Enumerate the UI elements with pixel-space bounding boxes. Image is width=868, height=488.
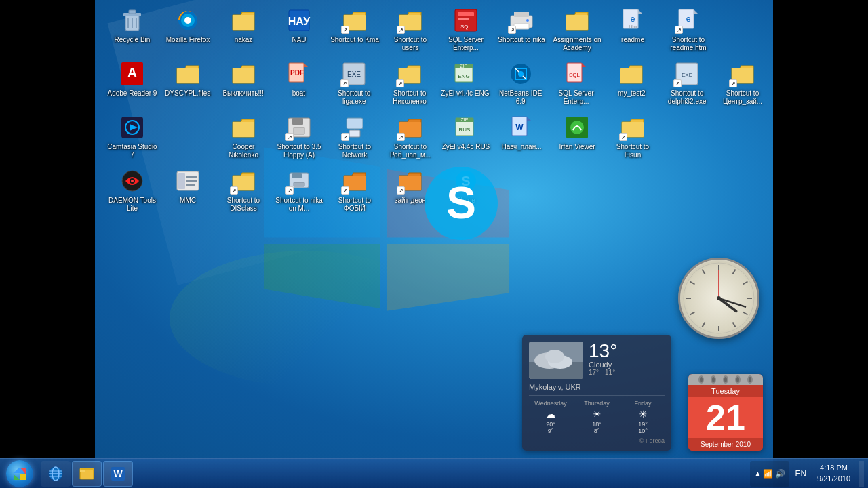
- tray-volume-icon[interactable]: 🔊: [775, 469, 785, 479]
- forecast-icon-2: ☀: [621, 409, 665, 420]
- icon-label-assignments-academy: Assignments on Academy: [552, 36, 602, 52]
- icon-shortcut-kma[interactable]: ↗ Shortcut to Kma: [328, 3, 382, 56]
- svg-line-106: [703, 270, 705, 274]
- show-desktop-button[interactable]: [859, 461, 864, 487]
- icon-skype[interactable]: S Skype: [439, 164, 493, 216]
- system-tray: ▲ 📶 🔊: [750, 461, 789, 487]
- svg-text:e: e: [631, 14, 635, 24]
- icon-mmc[interactable]: MMC: [161, 164, 215, 216]
- icon-sql-doc[interactable]: SQL SQL Server Enterp...: [549, 57, 604, 109]
- icon-readme[interactable]: e htm readme: [606, 3, 660, 56]
- widget-calendar: Tuesday 21 September 2010: [688, 374, 763, 451]
- svg-line-100: [733, 323, 736, 327]
- icon-irfan-viewer[interactable]: Irfan Viewer: [550, 110, 604, 163]
- weather-main: 13° Cloudy 17° - 11°: [529, 342, 665, 379]
- icon-zait-deon[interactable]: ↗ зайт-деон: [383, 164, 437, 216]
- svg-rect-21: [514, 12, 529, 17]
- icon-sql-server-1[interactable]: SQL SQL Server Enterp...: [439, 3, 493, 56]
- svg-rect-59: [292, 118, 303, 125]
- icon-shortcut-rob-nav[interactable]: ↗ Shortcut to Роб_нав_м...: [383, 110, 437, 163]
- icon-shortcut-nika[interactable]: ↗ Shortcut to nika: [494, 3, 549, 56]
- icon-shortcut-network[interactable]: ↗ Shortcut to Network: [328, 110, 382, 163]
- svg-text:e: e: [686, 14, 691, 24]
- icon-shortcut-nika-m[interactable]: ↗ Shortcut to nika on M...: [272, 164, 326, 216]
- svg-text:НАУ: НАУ: [288, 16, 311, 27]
- svg-line-102: [703, 323, 705, 327]
- icon-boat[interactable]: PDF boat: [271, 57, 326, 109]
- icon-shortcut-fisun[interactable]: ↗ Shortcut to Fisun: [606, 110, 660, 163]
- icon-shortcut-delphi[interactable]: EXE ↗ Shortcut to delphi32.exe: [660, 57, 714, 109]
- weather-cloud-image: [529, 342, 583, 379]
- svg-line-105: [690, 282, 695, 285]
- icon-nau[interactable]: НАУ NAU: [272, 3, 326, 56]
- weather-forecast: Wednesday ☁ 20°9° Thursday ☀ 18°8° Frida…: [529, 395, 665, 434]
- icon-dyscypl[interactable]: DYSCYPL.files: [161, 57, 215, 109]
- icon-shortcut-floppy[interactable]: ↗ Shortcut to 3.5 Floppy (A): [272, 110, 326, 163]
- svg-rect-22: [514, 24, 529, 29]
- icon-mozilla-firefox[interactable]: Mozilla Firefox: [161, 3, 215, 56]
- svg-rect-7: [129, 10, 136, 14]
- widget-clock: [678, 258, 760, 339]
- svg-rect-62: [349, 130, 360, 137]
- clock-face: [678, 258, 760, 339]
- icon-label-firefox: Mozilla Firefox: [166, 36, 210, 44]
- icon-nav-plan[interactable]: W Навч_план...: [494, 110, 549, 163]
- icon-cooper-nikolenko[interactable]: Cooper Nikolenko: [216, 110, 271, 163]
- icon-shortcut-nikolenko[interactable]: ↗ Shortcut to Николенко: [382, 57, 437, 109]
- forecast-day-1: Thursday ☀ 18°8°: [575, 400, 618, 434]
- svg-line-96: [733, 270, 736, 274]
- tray-arrow[interactable]: ▲: [754, 470, 761, 477]
- taskbar-pinned-items: W: [41, 461, 133, 487]
- icon-adobe-reader[interactable]: A Adobe Reader 9: [105, 57, 159, 109]
- icon-assignments-academy[interactable]: Assignments on Academy: [550, 3, 604, 56]
- icon-shortcut-liga[interactable]: EXE ↗ Shortcut to liga.exe: [327, 57, 381, 109]
- weather-location: Mykolayiv, UKR: [529, 383, 665, 391]
- icon-label-vykluchit: Выключить!!!: [222, 89, 263, 98]
- svg-text:ZIP: ZIP: [461, 117, 469, 122]
- language-indicator[interactable]: EN: [792, 469, 809, 479]
- icon-my-test2[interactable]: my_test2: [604, 57, 658, 109]
- icon-shortcut-centr[interactable]: ↗ Shortcut to Центр_зай...: [715, 57, 770, 109]
- desktop: S Recycle Bin: [0, 0, 868, 488]
- icon-shortcut-fobiy[interactable]: ↗ Shortcut to ФОБІЙ: [328, 164, 382, 216]
- icon-camtasia[interactable]: Camtasia Studio 7: [105, 110, 159, 163]
- icon-zyxel-eng[interactable]: ZIP ENG ZyEl v4.4c ENG: [438, 57, 492, 109]
- taskbar-explorer-button[interactable]: [72, 461, 102, 487]
- icon-label-mmc: MMC: [180, 197, 196, 205]
- system-clock[interactable]: 4:18 PM 9/21/2010: [812, 463, 856, 484]
- svg-rect-79: [186, 176, 197, 178]
- svg-text:EXE: EXE: [347, 70, 361, 78]
- svg-text:ENG: ENG: [458, 73, 469, 79]
- tray-network-icon: 📶: [763, 469, 773, 479]
- icon-nakaz[interactable]: nakaz: [216, 3, 271, 56]
- svg-rect-35: [177, 68, 199, 83]
- icon-shortcut-disclass[interactable]: ↗ Shortcut to DISclass: [216, 164, 271, 216]
- icon-label-shortcut-delphi: Shortcut to delphi32.exe: [662, 89, 712, 106]
- forecast-day-0: Wednesday ☁ 20°9°: [529, 400, 572, 434]
- svg-text:ZIP: ZIP: [460, 64, 467, 68]
- svg-rect-61: [347, 118, 363, 129]
- clock-date: 9/21/2010: [817, 474, 850, 484]
- svg-rect-24: [566, 15, 588, 30]
- svg-marker-26: [638, 9, 642, 14]
- taskbar-word-button[interactable]: W: [103, 461, 133, 487]
- svg-rect-57: [233, 122, 254, 137]
- svg-point-47: [518, 71, 524, 77]
- icon-vykluchit[interactable]: Выключить!!!: [216, 57, 271, 109]
- svg-text:SQL: SQL: [460, 24, 472, 30]
- start-orb[interactable]: [6, 460, 33, 487]
- icon-zyxel-rus[interactable]: ZIP RUS ZyEl v4.4c RUS: [439, 110, 493, 163]
- icon-shortcut-readme[interactable]: e ↗ Shortcut to readme.htm: [661, 3, 715, 56]
- icon-daemon-tools[interactable]: DAEMON Tools Lite: [105, 164, 159, 216]
- icon-label-nakaz: nakaz: [235, 36, 253, 44]
- svg-marker-49: [582, 63, 586, 67]
- icon-shortcut-users[interactable]: ↗ Shortcut to users: [383, 3, 437, 56]
- start-button[interactable]: [1, 459, 38, 489]
- icon-netbeans[interactable]: NetBeans IDE 6.9: [494, 57, 548, 109]
- icon-recycle-bin[interactable]: Recycle Bin: [105, 3, 159, 56]
- svg-rect-18: [458, 18, 469, 20]
- svg-rect-85: [294, 182, 304, 186]
- taskbar-ie-button[interactable]: [41, 461, 71, 487]
- icon-label-shortcut-nika: Shortcut to nika: [498, 36, 545, 44]
- svg-line-103: [690, 312, 695, 315]
